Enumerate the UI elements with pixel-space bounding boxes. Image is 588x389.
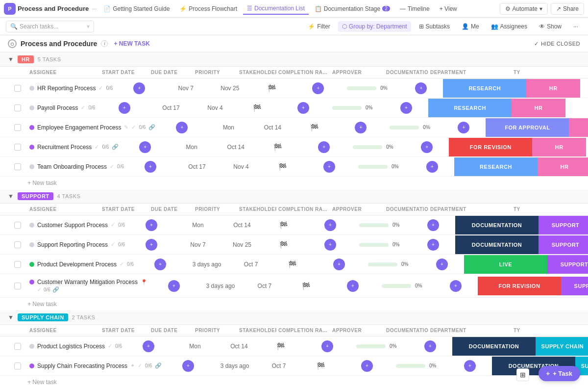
- task-name[interactable]: Recruitment Process: [37, 144, 92, 151]
- add-stakeholder-button[interactable]: +: [321, 340, 333, 352]
- collapse-button[interactable]: ○: [8, 39, 17, 48]
- col-assignee: ASSIGNEE: [27, 206, 100, 213]
- group-by-button[interactable]: ⬡ Group by: Department: [338, 21, 411, 32]
- add-approver-button[interactable]: +: [415, 82, 427, 94]
- task-name[interactable]: Employee Engagement Process: [37, 124, 121, 131]
- add-stakeholder-button[interactable]: +: [361, 360, 373, 372]
- support-new-task-link[interactable]: + New task: [0, 298, 588, 311]
- task-checkbox[interactable]: [8, 124, 27, 131]
- add-stakeholder-button[interactable]: +: [318, 141, 330, 153]
- stage-cell: DOCUMENTATION: [452, 337, 536, 356]
- task-checkbox[interactable]: [8, 283, 27, 289]
- task-checkbox[interactable]: [8, 144, 27, 151]
- add-stakeholder-button[interactable]: +: [324, 219, 336, 231]
- dept-badge: SUPPORT: [547, 255, 588, 274]
- group-hr-toggle[interactable]: ▼: [8, 56, 14, 63]
- add-assignee-button[interactable]: +: [182, 360, 194, 372]
- table-row: Customer Support Process ✓ 0/6 + Mon Oct…: [0, 215, 588, 235]
- add-view-button[interactable]: + View: [436, 3, 461, 14]
- automate-button[interactable]: ⚙ Automate ▾: [500, 3, 548, 15]
- tab-timeline[interactable]: — Timeline: [396, 3, 434, 14]
- task-checkbox[interactable]: [8, 104, 27, 111]
- task-checkbox[interactable]: [8, 343, 27, 350]
- add-assignee-button[interactable]: +: [133, 82, 145, 94]
- add-task-fab[interactable]: + + Task: [539, 366, 580, 381]
- add-approver-button[interactable]: +: [400, 102, 412, 114]
- add-stakeholder-button[interactable]: +: [333, 259, 345, 270]
- add-assignee-button[interactable]: +: [143, 340, 154, 352]
- add-stakeholder-button[interactable]: +: [347, 280, 359, 292]
- task-checkbox[interactable]: [8, 222, 27, 229]
- subtasks-button[interactable]: ⊞ Subtasks: [415, 21, 454, 32]
- share-icon: ↗: [556, 5, 561, 12]
- task-checkbox[interactable]: [8, 363, 27, 369]
- add-assignee-button[interactable]: +: [145, 161, 156, 173]
- search-dropdown-icon: ▾: [87, 23, 90, 30]
- add-assignee-button[interactable]: +: [176, 122, 188, 133]
- task-name[interactable]: HR Reporting Process: [37, 85, 96, 92]
- tab-documentation-stage[interactable]: 📋 Documentation Stage 2: [311, 3, 394, 14]
- col-stakeholders: STAKEHOLDER/S: [237, 69, 276, 76]
- task-dot: [29, 344, 34, 349]
- stakeholder-cell: +: [340, 359, 394, 373]
- add-stakeholder-button[interactable]: +: [323, 161, 335, 173]
- search-input[interactable]: 🔍 Search tasks... ▾: [6, 21, 94, 32]
- task-name[interactable]: Team Onboarding Process: [37, 163, 107, 170]
- task-name[interactable]: Customer Warranty Mitigation Process: [37, 279, 138, 285]
- tab-process-flowchart[interactable]: ⚡ Process Flowchart: [175, 3, 241, 14]
- add-approver-button[interactable]: +: [458, 122, 469, 133]
- add-approver-button[interactable]: +: [424, 340, 436, 352]
- priority-flag: 🏁: [302, 282, 310, 290]
- dept-cell: HR: [526, 79, 580, 98]
- add-stakeholder-button[interactable]: +: [297, 102, 309, 114]
- assignees-button[interactable]: 👥 Assignees: [487, 21, 531, 32]
- add-approver-button[interactable]: +: [450, 280, 462, 292]
- info-icon[interactable]: i: [101, 40, 108, 47]
- new-task-button[interactable]: + NEW TASK: [114, 40, 149, 47]
- show-button[interactable]: 👁 Show: [535, 21, 565, 32]
- add-stakeholder-button[interactable]: +: [324, 239, 336, 251]
- approver-cell: +: [448, 359, 492, 373]
- hr-new-task-link[interactable]: + New task: [0, 177, 588, 189]
- add-approver-button[interactable]: +: [464, 360, 476, 372]
- add-approver-button[interactable]: +: [421, 141, 433, 153]
- add-stakeholder-button[interactable]: +: [312, 82, 324, 94]
- task-name[interactable]: Supply Chain Forecasting Process: [37, 363, 127, 369]
- add-assignee-button[interactable]: +: [139, 141, 151, 153]
- tab-getting-started[interactable]: 📄 Getting Started Guide: [99, 3, 173, 14]
- add-assignee-button[interactable]: +: [146, 239, 157, 251]
- add-assignee-button[interactable]: +: [168, 280, 180, 292]
- add-stakeholder-button[interactable]: +: [355, 122, 367, 133]
- task-name[interactable]: Payroll Process: [37, 104, 78, 111]
- add-assignee-button[interactable]: +: [146, 219, 157, 231]
- task-name[interactable]: Product Logistics Process: [37, 343, 105, 350]
- task-checkbox[interactable]: [8, 261, 27, 268]
- hide-closed-button[interactable]: ✓ HIDE CLOSED: [534, 41, 580, 47]
- task-checkbox[interactable]: [8, 241, 27, 248]
- add-approver-button[interactable]: +: [426, 161, 438, 173]
- add-approver-button[interactable]: +: [436, 259, 448, 270]
- group-supply-toggle[interactable]: ▼: [8, 314, 14, 321]
- add-approver-button[interactable]: +: [427, 219, 439, 231]
- grid-view-icon[interactable]: ⊞: [516, 368, 529, 381]
- add-assignee-button[interactable]: +: [119, 102, 130, 114]
- filter-button[interactable]: ⚡ Filter: [304, 21, 334, 32]
- completion-cell: 0%: [380, 283, 434, 288]
- task-name[interactable]: Support Reporting Process: [37, 241, 108, 248]
- me-button[interactable]: 👤 Me: [458, 21, 483, 32]
- supply-new-task-link[interactable]: + New task: [0, 376, 588, 389]
- tab-documentation-list[interactable]: ☰ Documentation List: [243, 3, 309, 15]
- task-checkbox[interactable]: [8, 85, 27, 92]
- add-approver-button[interactable]: +: [427, 239, 439, 251]
- priority-cell: 🏁: [237, 103, 276, 113]
- task-name[interactable]: Customer Support Process: [37, 222, 108, 229]
- due-date-cell: Oct 14: [217, 342, 261, 351]
- stage-cell: DOCUMENTATION: [455, 216, 539, 234]
- task-name[interactable]: Product Development Process: [37, 261, 117, 268]
- stage-cell: LIVE: [464, 255, 547, 274]
- more-options-button[interactable]: ···: [569, 21, 582, 32]
- add-assignee-button[interactable]: +: [154, 259, 166, 270]
- share-button[interactable]: ↗ Share: [551, 3, 584, 15]
- task-checkbox[interactable]: [8, 163, 27, 170]
- group-support-toggle[interactable]: ▼: [8, 193, 14, 200]
